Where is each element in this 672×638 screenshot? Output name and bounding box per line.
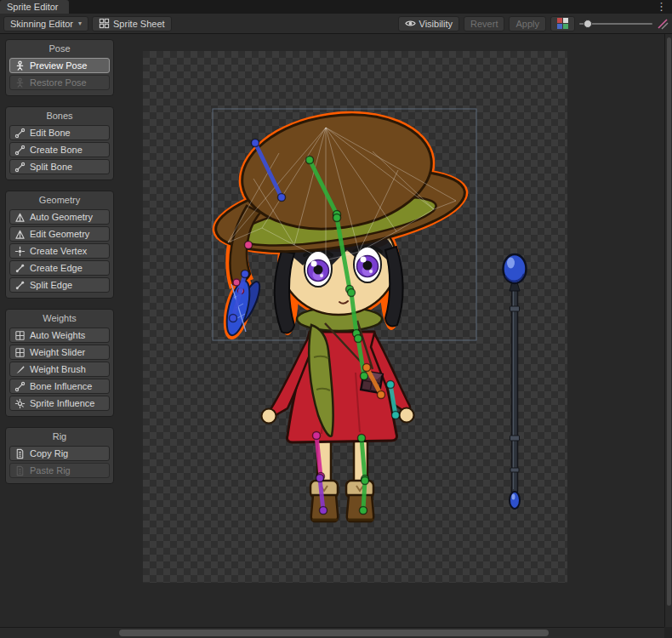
zoom-slider[interactable]: [579, 16, 652, 31]
edit-geometry-button[interactable]: Edit Geometry: [9, 226, 110, 242]
button-label: Sprite Influence: [30, 398, 94, 408]
canvas-area[interactable]: [119, 34, 664, 627]
panel-title-bones: Bones: [8, 109, 111, 123]
tool-sidebar: Pose Preview Pose Restore Pose Bones Edi…: [5, 39, 114, 484]
button-label: Edit Bone: [30, 128, 71, 138]
create-edge-button[interactable]: Create Edge: [9, 260, 110, 276]
vertical-scrollbar-thumb[interactable]: [667, 37, 671, 606]
tab-label: Sprite Editor: [7, 2, 59, 12]
sprite-sheet-button[interactable]: Sprite Sheet: [92, 16, 172, 31]
split-bone-button[interactable]: Split Bone: [9, 159, 110, 174]
panel-weights: Weights Auto Weights Weight Slider Weigh…: [5, 309, 114, 417]
panel-pose: Pose Preview Pose Restore Pose: [5, 39, 114, 96]
zoom-slider-knob[interactable]: [584, 20, 592, 28]
brush-icon: [14, 364, 26, 375]
scrollbar-corner: [664, 627, 672, 638]
vertex-icon: [14, 246, 26, 257]
character-body: [262, 307, 414, 521]
sprite-sheet-icon: [99, 18, 110, 29]
apply-button[interactable]: Apply: [509, 16, 546, 31]
restore-pose-button[interactable]: Restore Pose: [9, 75, 110, 90]
pose-icon: [14, 60, 26, 71]
button-label: Weight Slider: [30, 347, 85, 357]
create-vertex-button[interactable]: Create Vertex: [9, 243, 110, 259]
copy-rig-button[interactable]: Copy Rig: [9, 446, 110, 461]
edit-bone-button[interactable]: Edit Bone: [9, 125, 110, 140]
button-label: Auto Weights: [30, 330, 85, 340]
button-label: Copy Rig: [30, 448, 68, 459]
button-label: Preview Pose: [30, 60, 87, 71]
skinning-editor-label: Skinning Editor: [10, 19, 73, 29]
button-label: Split Edge: [30, 280, 72, 290]
color-overlay-button[interactable]: [550, 16, 575, 31]
button-label: Restore Pose: [30, 77, 87, 88]
sprite-influence-button[interactable]: Sprite Influence: [9, 396, 110, 411]
document-icon: [14, 465, 26, 476]
auto-weights-button[interactable]: Auto Weights: [9, 328, 110, 343]
horizontal-scrollbar[interactable]: [0, 627, 664, 638]
weight-brush-button[interactable]: Weight Brush: [9, 362, 110, 377]
horizontal-scrollbar-thumb[interactable]: [119, 629, 549, 636]
weight-slider-button[interactable]: Weight Slider: [9, 345, 110, 360]
grid-icon: [14, 330, 26, 341]
button-label: Edit Geometry: [30, 229, 89, 239]
button-label: Create Edge: [30, 263, 83, 273]
edge-icon: [14, 263, 26, 274]
panel-bones: Bones Edit Bone Create Bone Split Bone: [5, 106, 114, 180]
bone-influence-button[interactable]: Bone Influence: [9, 379, 110, 394]
panel-rig: Rig Copy Rig Paste Rig: [5, 427, 114, 484]
influence-icon: [14, 398, 26, 409]
staff-sprite[interactable]: [504, 254, 527, 509]
button-label: Create Bone: [30, 145, 83, 155]
button-label: Paste Rig: [30, 465, 71, 476]
split-edge-button[interactable]: Split Edge: [9, 277, 110, 293]
brush-falloff-icon[interactable]: [657, 18, 669, 30]
panel-title-pose: Pose: [8, 42, 111, 56]
toolbar: Skinning Editor ▾ Sprite Sheet Visibilit…: [0, 14, 672, 34]
sprite-texture-view[interactable]: [143, 51, 567, 583]
window-menu-button[interactable]: ⋮: [656, 0, 667, 14]
paste-rig-button[interactable]: Paste Rig: [9, 463, 110, 478]
bone-icon: [14, 145, 26, 156]
visibility-button[interactable]: Visibility: [398, 16, 460, 31]
panel-title-geometry: Geometry: [8, 193, 111, 208]
tab-sprite-editor[interactable]: Sprite Editor: [0, 0, 69, 14]
preview-pose-button[interactable]: Preview Pose: [9, 58, 110, 73]
sprite-sheet-label: Sprite Sheet: [113, 19, 165, 29]
button-label: Bone Influence: [30, 381, 92, 391]
skinning-editor-dropdown[interactable]: Skinning Editor ▾: [3, 16, 88, 31]
chevron-down-icon: ▾: [78, 20, 82, 27]
sprite-art: [143, 51, 567, 583]
button-label: Auto Geometry: [30, 212, 93, 222]
eye-icon: [405, 18, 416, 29]
toolbar-right-group: Visibility Revert Apply: [398, 16, 669, 31]
vertical-scrollbar[interactable]: [664, 34, 672, 627]
button-label: Split Bone: [30, 162, 72, 172]
mesh-icon: [14, 212, 26, 223]
document-icon: [14, 448, 26, 459]
auto-geometry-button[interactable]: Auto Geometry: [9, 209, 110, 225]
mesh-icon: [14, 229, 26, 240]
tab-bar: Sprite Editor ⋮: [0, 0, 672, 14]
character-sprite[interactable]: [207, 100, 475, 521]
button-label: Weight Brush: [30, 364, 86, 374]
revert-button[interactable]: Revert: [464, 16, 504, 31]
edge-icon: [14, 280, 26, 291]
pose-icon: [14, 77, 26, 88]
visibility-label: Visibility: [419, 19, 453, 29]
create-bone-button[interactable]: Create Bone: [9, 142, 110, 157]
button-label: Create Vertex: [30, 246, 87, 256]
bone-icon: [14, 162, 26, 173]
bone-icon: [14, 381, 26, 392]
bone-icon: [14, 128, 26, 139]
color-grid-icon: [557, 18, 568, 29]
panel-geometry: Geometry Auto Geometry Edit Geometry Cre…: [5, 191, 114, 299]
panel-title-rig: Rig: [8, 430, 111, 444]
grid-icon: [14, 347, 26, 358]
panel-title-weights: Weights: [8, 311, 111, 326]
